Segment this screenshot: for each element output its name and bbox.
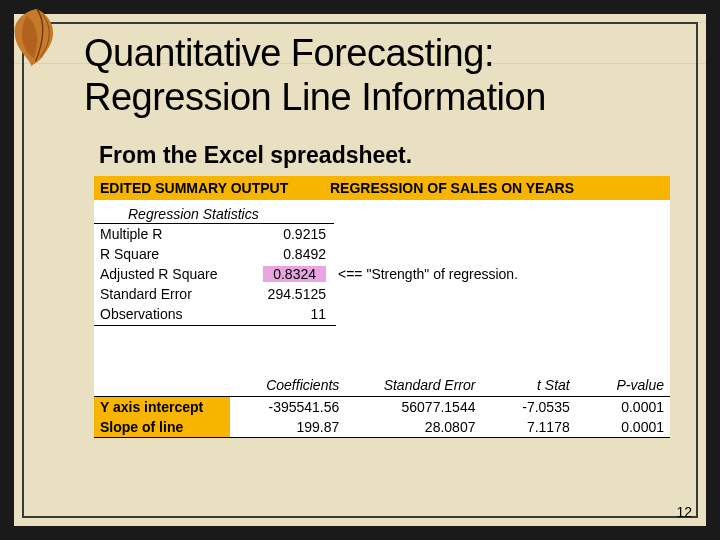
regression-stats-heading: Regression Statistics — [94, 200, 334, 224]
coef-t: 7.1178 — [481, 417, 575, 438]
col-header: Standard Error — [345, 374, 481, 397]
coef-se: 28.0807 — [345, 417, 481, 438]
col-header — [94, 374, 230, 397]
title-line-1: Quantitative Forecasting: — [84, 32, 494, 74]
table-header-row: Coefficients Standard Error t Stat P-val… — [94, 374, 670, 397]
slide: Quantitative Forecasting: Regression Lin… — [0, 0, 720, 540]
stat-label: Adjusted R Square — [94, 266, 244, 282]
coef-p: 0.0001 — [576, 417, 670, 438]
stat-label: R Square — [94, 246, 244, 262]
stat-label: Observations — [94, 306, 244, 322]
coef-se: 56077.1544 — [345, 397, 481, 418]
page-number: 12 — [676, 504, 692, 520]
table-row: R Square 0.8492 — [94, 244, 670, 264]
col-header: Coefficients — [230, 374, 345, 397]
col-header: t Stat — [481, 374, 575, 397]
excel-output: EDITED SUMMARY OUTPUT REGRESSION OF SALE… — [94, 176, 670, 438]
title-line-2: Regression Line Information — [84, 76, 546, 118]
coef-value: -395541.56 — [230, 397, 345, 418]
stat-value: 0.9215 — [244, 226, 336, 242]
header-right: REGRESSION OF SALES ON YEARS — [330, 180, 664, 196]
stat-value: 294.5125 — [244, 286, 336, 302]
stat-value: 11 — [244, 306, 336, 322]
col-header: P-value — [576, 374, 670, 397]
leaf-icon — [2, 2, 72, 72]
output-header-row: EDITED SUMMARY OUTPUT REGRESSION OF SALE… — [94, 176, 670, 200]
stat-note: <== "Strength" of regression. — [336, 266, 670, 282]
table-row: Standard Error 294.5125 — [94, 284, 670, 304]
coef-row-label: Slope of line — [94, 417, 230, 438]
coefficients-table: Coefficients Standard Error t Stat P-val… — [94, 374, 670, 438]
table-row: Slope of line 199.87 28.0807 7.1178 0.00… — [94, 417, 670, 438]
stat-value: 0.8492 — [244, 246, 336, 262]
table-row: Y axis intercept -395541.56 56077.1544 -… — [94, 397, 670, 418]
table-row: Adjusted R Square 0.8324 <== "Strength" … — [94, 264, 670, 284]
highlighted-value: 0.8324 — [263, 266, 326, 282]
coef-t: -7.0535 — [481, 397, 575, 418]
table-row: Observations 11 — [94, 304, 670, 324]
stat-label: Standard Error — [94, 286, 244, 302]
header-left: EDITED SUMMARY OUTPUT — [100, 180, 330, 196]
stat-value: 0.8324 — [244, 266, 336, 282]
table-row: Multiple R 0.9215 — [94, 224, 670, 244]
spacer — [94, 326, 670, 374]
slide-subtitle: From the Excel spreadsheet. — [99, 142, 412, 169]
coef-p: 0.0001 — [576, 397, 670, 418]
slide-title: Quantitative Forecasting: Regression Lin… — [84, 32, 686, 119]
regression-stats-table: Multiple R 0.9215 R Square 0.8492 Adjust… — [94, 224, 670, 326]
coef-value: 199.87 — [230, 417, 345, 438]
stat-label: Multiple R — [94, 226, 244, 242]
coef-row-label: Y axis intercept — [94, 397, 230, 418]
